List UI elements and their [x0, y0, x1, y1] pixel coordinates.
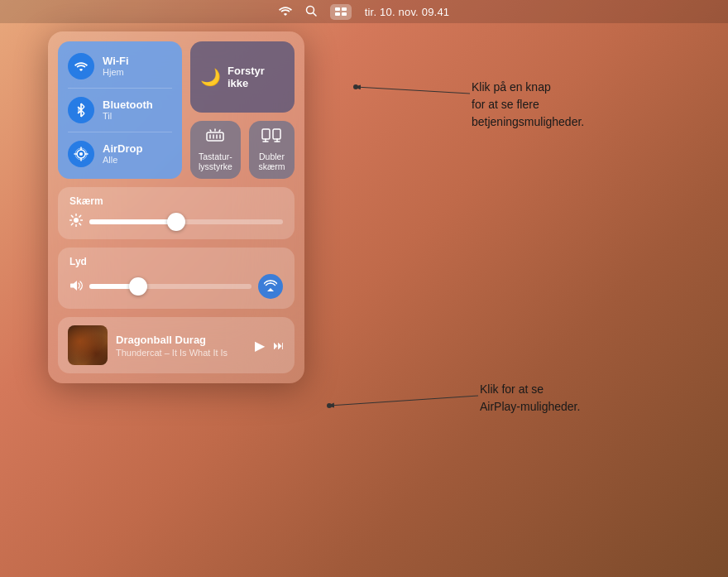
play-button[interactable]: ▶ [255, 338, 265, 353]
dnd-block[interactable]: 🌙 Forstyr ikke [190, 41, 295, 113]
brightness-icon [69, 214, 83, 229]
svg-line-23 [219, 130, 220, 132]
svg-line-39 [356, 87, 470, 94]
search-menubar-icon[interactable] [305, 5, 317, 19]
svg-line-41 [329, 396, 478, 406]
svg-point-42 [327, 403, 332, 408]
bluetooth-icon [68, 97, 94, 123]
bluetooth-subtitle: Til [103, 111, 153, 122]
airplay-icon [264, 280, 277, 294]
keyboard-brightness-label: Tastatur-lysstyrke [199, 151, 232, 172]
skip-button[interactable]: ⏭ [273, 339, 285, 352]
track-artist: Thundercat – It Is What It Is [116, 348, 247, 358]
connectivity-block: Wi-Fi Hjem [58, 41, 182, 179]
media-controls: ▶ ⏭ [255, 338, 285, 353]
mirror-display-button[interactable]: Dublerskærm [249, 121, 295, 179]
wifi-icon [68, 53, 94, 79]
airdrop-text: AirDrop Alle [103, 142, 142, 166]
svg-rect-5 [342, 12, 347, 16]
svg-point-14 [79, 152, 83, 156]
svg-line-35 [71, 215, 73, 217]
annotation-airplay-text: Klik for at seAirPlay-muligheder. [480, 382, 580, 413]
dnd-label: Forstyr ikke [228, 65, 285, 89]
album-art [68, 325, 108, 365]
mirror-display-icon [261, 127, 281, 148]
sound-label: Lyd [69, 256, 283, 267]
menubar: tir. 10. nov. 09.41 [0, 0, 728, 23]
right-col: 🌙 Forstyr ikke [190, 41, 295, 179]
mirror-display-label: Dublerskærm [258, 151, 285, 172]
svg-line-38 [71, 224, 73, 225]
screen-brightness-section: Skærm [58, 187, 295, 239]
wifi-subtitle: Hjem [103, 67, 129, 78]
wifi-item[interactable]: Wi-Fi Hjem [68, 50, 172, 83]
airdrop-title: AirDrop [103, 142, 142, 156]
volume-icon [69, 280, 83, 294]
svg-rect-3 [342, 7, 347, 11]
menubar-time: tir. 10. nov. 09.41 [365, 6, 450, 18]
wifi-title: Wi-Fi [103, 55, 129, 68]
dnd-icon: 🌙 [200, 67, 221, 87]
sound-section: Lyd [58, 248, 295, 309]
keyboard-brightness-icon [205, 127, 225, 148]
brightness-slider-track[interactable] [89, 219, 283, 224]
svg-rect-25 [273, 129, 280, 139]
svg-point-40 [353, 84, 358, 89]
airdrop-item[interactable]: AirDrop Alle [68, 137, 172, 171]
control-center-menubar-icon[interactable] [330, 4, 352, 20]
bluetooth-item[interactable]: Bluetooth Til [68, 94, 172, 127]
keyboard-brightness-button[interactable]: Tastatur-lysstyrke [190, 121, 241, 179]
svg-rect-2 [335, 7, 340, 11]
annotation-top-text: Klik på en knapfor at se flerebetjenings… [472, 80, 584, 128]
bluetooth-text: Bluetooth Til [103, 99, 153, 123]
control-center-panel: Wi-Fi Hjem [48, 31, 304, 383]
svg-line-37 [79, 215, 81, 217]
bluetooth-title: Bluetooth [103, 99, 153, 112]
wifi-menubar-icon[interactable] [279, 5, 292, 18]
brightness-slider-row [69, 214, 283, 229]
svg-line-22 [210, 130, 211, 132]
svg-line-1 [313, 12, 316, 16]
sound-slider-row [69, 274, 283, 299]
wifi-text: Wi-Fi Hjem [103, 55, 129, 79]
volume-slider-track[interactable] [89, 284, 251, 289]
svg-point-30 [74, 218, 79, 223]
svg-rect-16 [207, 132, 223, 141]
svg-rect-24 [262, 129, 270, 139]
now-playing-section: Dragonball Durag Thundercat – It Is What… [58, 317, 295, 373]
airdrop-icon [68, 141, 94, 167]
bottom-right-row: Tastatur-lysstyrke Dublerskærm [190, 121, 295, 179]
svg-line-36 [79, 224, 81, 225]
track-title: Dragonball Durag [116, 334, 247, 346]
track-info: Dragonball Durag Thundercat – It Is What… [116, 334, 247, 358]
svg-rect-4 [335, 12, 340, 16]
annotation-airplay: Klik for at seAirPlay-muligheder. [480, 381, 580, 416]
airplay-button[interactable] [258, 274, 283, 299]
annotation-top: Klik på en knapfor at se flerebetjenings… [472, 79, 584, 131]
airdrop-subtitle: Alle [103, 155, 142, 166]
top-row: Wi-Fi Hjem [58, 41, 295, 179]
screen-label: Skærm [69, 195, 283, 207]
